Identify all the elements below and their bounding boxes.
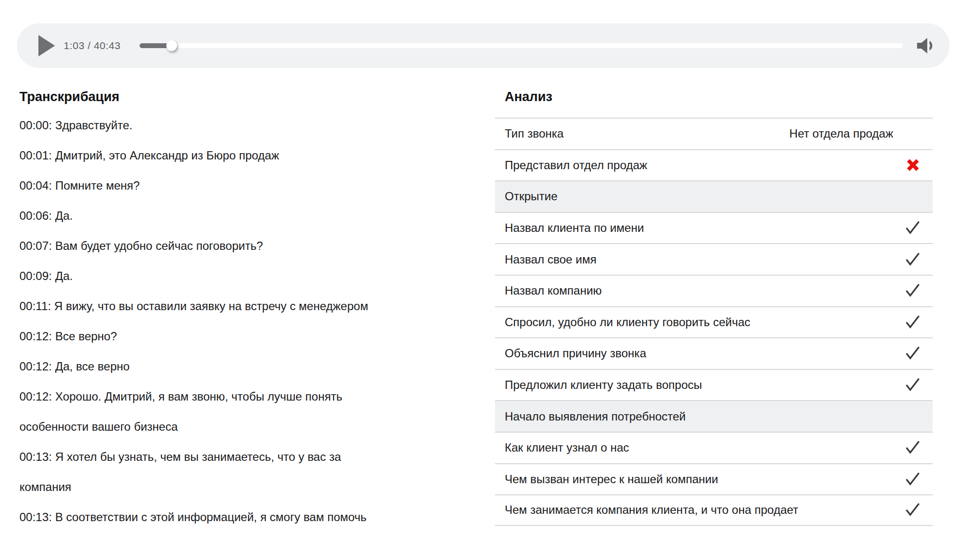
analysis-row: Назвал свое имя xyxy=(495,243,933,275)
check-icon xyxy=(905,503,920,517)
status-check xyxy=(903,313,922,332)
analysis-row: Объяснил причину звонка xyxy=(495,337,933,369)
status-check xyxy=(903,376,922,394)
analysis-row: Чем занимается компания клиента, и что о… xyxy=(495,494,933,526)
analysis-row: Как клиент узнал о нас xyxy=(495,432,933,463)
analysis-row: Назвал компанию xyxy=(495,275,933,306)
transcript-entry: 00:06: Да. xyxy=(19,201,467,231)
check-icon xyxy=(905,441,920,455)
status-check xyxy=(903,281,922,300)
transcript-entry: 00:11: Я вижу, что вы оставили заявку на… xyxy=(19,291,467,321)
analysis-row: Назвал клиента по имени xyxy=(495,212,933,244)
check-icon xyxy=(905,378,920,392)
analysis-row: Тип звонкаНет отдела продаж xyxy=(495,118,933,149)
criterion-label: Чем занимается компания клиента, и что о… xyxy=(505,503,903,517)
transcript-entry: 00:12: Все верно? xyxy=(19,321,467,351)
section-label: Открытие xyxy=(505,190,922,203)
transcript-entry: 00:12: Да, все верно xyxy=(19,351,467,382)
time-display: 1:03 / 40:43 xyxy=(64,23,121,68)
status-check xyxy=(903,501,922,519)
analysis-table: Тип звонкаНет отдела продажПредставил от… xyxy=(495,118,933,526)
audio-player: 1:03 / 40:43 xyxy=(17,23,950,68)
criterion-label: Объяснил причину звонка xyxy=(505,347,903,360)
analysis-title: Анализ xyxy=(505,89,552,105)
analysis-row: Представил отдел продаж xyxy=(495,149,933,181)
status-check xyxy=(903,344,922,363)
transcript-title: Транскрибация xyxy=(19,89,120,105)
check-icon xyxy=(905,347,920,360)
status-check xyxy=(903,438,922,457)
seek-bar-thumb[interactable] xyxy=(166,40,177,51)
play-button[interactable] xyxy=(38,35,55,56)
status-check xyxy=(903,219,922,237)
seek-bar[interactable] xyxy=(140,43,903,48)
transcript-entry: 00:07: Вам будет удобно сейчас поговорит… xyxy=(19,231,467,261)
volume-button[interactable] xyxy=(916,37,934,54)
status-check xyxy=(903,250,922,269)
transcript-entry: 00:09: Да. xyxy=(19,261,467,291)
analysis-row: Предложил клиенту задать вопросы xyxy=(495,369,933,401)
analysis-section-row: Начало выявления потребностей xyxy=(495,400,933,432)
status-cross xyxy=(903,156,922,175)
transcript-list: 00:00: Здравствуйте.00:01: Дмитрий, это … xyxy=(19,110,467,532)
criterion-label: Представил отдел продаж xyxy=(505,158,903,172)
transcript-entry: 00:12: Хорошо. Дмитрий, я вам звоню, что… xyxy=(19,382,467,442)
cross-icon xyxy=(906,158,919,172)
analysis-row: Спросил, удобно ли клиенту говорить сейч… xyxy=(495,306,933,338)
check-icon xyxy=(905,472,920,486)
analysis-row: Чем вызван интерес к нашей компании xyxy=(495,463,933,495)
criterion-value: Нет отдела продаж xyxy=(789,127,893,140)
criterion-label: Назвал компанию xyxy=(505,284,903,298)
criterion-label: Спросил, удобно ли клиенту говорить сейч… xyxy=(505,315,903,329)
transcript-entry: 00:13: Я хотел бы узнать, чем вы занимае… xyxy=(19,442,467,502)
transcript-entry: 00:13: В соответствии с этой информацией… xyxy=(19,502,467,532)
criterion-label: Назвал клиента по имени xyxy=(505,221,903,235)
speaker-icon xyxy=(916,37,934,54)
transcript-entry: 00:04: Помните меня? xyxy=(19,171,467,201)
criterion-label: Как клиент узнал о нас xyxy=(505,441,903,455)
transcript-entry: 00:00: Здравствуйте. xyxy=(19,110,467,140)
criterion-label: Назвал свое имя xyxy=(505,253,903,266)
check-icon xyxy=(905,315,920,329)
criterion-label: Предложил клиенту задать вопросы xyxy=(505,378,903,392)
status-check xyxy=(903,470,922,489)
criterion-label: Чем вызван интерес к нашей компании xyxy=(505,472,903,486)
criterion-label: Тип звонка xyxy=(505,127,789,140)
check-icon xyxy=(905,221,920,235)
check-icon xyxy=(905,284,920,298)
analysis-section-row: Открытие xyxy=(495,180,933,212)
section-label: Начало выявления потребностей xyxy=(505,410,922,423)
play-icon xyxy=(38,35,55,56)
transcript-entry: 00:01: Дмитрий, это Александр из Бюро пр… xyxy=(19,140,467,171)
check-icon xyxy=(905,253,920,266)
